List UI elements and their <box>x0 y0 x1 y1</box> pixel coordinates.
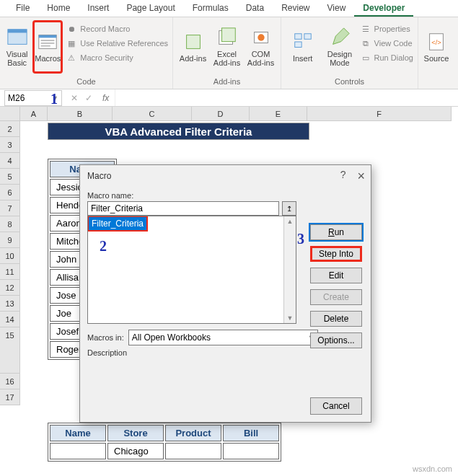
vb-icon <box>6 27 28 48</box>
row-header-12[interactable]: 12 <box>0 280 20 296</box>
enter-formula-icon[interactable]: ✓ <box>85 93 92 103</box>
criteria-header: Bill <box>223 425 279 441</box>
macro-name-collapse-icon[interactable]: ↥ <box>282 201 296 216</box>
rundialog-icon: ▭ <box>360 52 371 63</box>
tab-data[interactable]: Data <box>237 0 273 17</box>
macros-in-select[interactable]: All Open Workbooks ▼ <box>128 330 318 345</box>
macro-security-button[interactable]: ⚠Macro Security <box>66 52 168 63</box>
scroll-down-icon[interactable]: ▼ <box>287 314 294 322</box>
criteria-header: Store <box>107 425 164 441</box>
insert-control-button[interactable]: Insert <box>286 20 320 74</box>
group-addins-label: Add-ins <box>177 77 276 87</box>
row-header-10[interactable]: 10 <box>0 248 20 264</box>
design-mode-button[interactable]: Design Mode <box>322 20 356 74</box>
tab-view[interactable]: View <box>319 0 355 17</box>
svg-rect-13 <box>304 34 311 40</box>
options-button[interactable]: Options... <box>310 332 362 348</box>
run-dialog-button[interactable]: ▭Run Dialog <box>360 52 413 63</box>
edit-button[interactable]: Edit <box>310 268 362 283</box>
cancel-button[interactable]: Cancel <box>310 397 362 415</box>
row-header-3[interactable]: 3 <box>0 137 20 153</box>
svg-marker-15 <box>333 28 350 45</box>
svg-rect-7 <box>186 35 200 49</box>
tab-formulas[interactable]: Formulas <box>184 0 237 17</box>
com-addins-button[interactable]: COM Add-ins <box>245 20 276 74</box>
tab-insert[interactable]: Insert <box>79 0 118 17</box>
record-icon: ⏺ <box>66 23 77 35</box>
fx-icon[interactable]: fx <box>97 93 115 103</box>
group-controls: Insert Design Mode ☰Properties ⧉View Cod… <box>281 17 418 89</box>
criteria-cell[interactable] <box>165 443 221 459</box>
tab-page-layout[interactable]: Page Layout <box>118 0 183 17</box>
svg-rect-4 <box>41 40 55 41</box>
tab-developer[interactable]: Developer <box>354 0 413 17</box>
row-header-16[interactable]: 16 <box>0 374 20 389</box>
row-header-17[interactable]: 17 <box>0 389 20 405</box>
properties-icon: ☰ <box>360 23 371 35</box>
group-controls-label: Controls <box>286 77 413 87</box>
row-header-5[interactable]: 5 <box>0 169 20 185</box>
run-button[interactable]: Run <box>310 224 362 240</box>
svg-rect-1 <box>8 30 27 33</box>
row-header-2[interactable]: 2 <box>0 121 20 137</box>
tab-home[interactable]: Home <box>38 0 79 17</box>
macros-button[interactable]: Macros <box>32 20 63 74</box>
help-icon[interactable]: ? <box>340 169 346 184</box>
group-xml: </> Source <box>418 17 454 89</box>
com-addins-icon <box>250 27 272 48</box>
close-icon[interactable]: × <box>357 169 365 184</box>
macro-list-item-selected[interactable]: Filter_Criteria <box>88 216 147 231</box>
svg-point-11 <box>257 34 264 40</box>
excel-addins-button[interactable]: Excel Add-ins <box>211 20 242 74</box>
row-header-14[interactable]: 14 <box>0 312 20 327</box>
delete-button[interactable]: Delete <box>310 311 362 327</box>
row-header-9[interactable]: 9 <box>0 232 20 248</box>
row-header-4[interactable]: 4 <box>0 153 20 169</box>
criteria-cell[interactable] <box>223 443 279 459</box>
source-icon: </> <box>426 31 447 53</box>
properties-button[interactable]: ☰Properties <box>360 23 413 35</box>
dialog-title: Macro <box>87 171 111 181</box>
list-scrollbar[interactable]: ▲▼ <box>283 216 296 323</box>
relative-icon: ▦ <box>66 38 77 49</box>
ribbon: Visual Basic Macros ⏺Record Macro ▦Use R… <box>0 17 458 89</box>
source-button[interactable]: </> Source <box>423 20 450 74</box>
col-header-E[interactable]: E <box>250 107 307 121</box>
row-header-6[interactable]: 6 <box>0 185 20 200</box>
view-code-button[interactable]: ⧉View Code <box>360 38 413 49</box>
col-header-F[interactable]: F <box>307 107 452 121</box>
annotation-2: 2 <box>100 238 107 255</box>
col-header-D[interactable]: D <box>192 107 250 121</box>
visual-basic-button[interactable]: Visual Basic <box>4 20 30 74</box>
group-addins: Add-ins Excel Add-ins COM Add-ins Add-in… <box>173 17 281 89</box>
criteria-cell[interactable] <box>50 443 106 459</box>
addins-button[interactable]: Add-ins <box>177 20 208 74</box>
group-code-label: Code <box>4 77 168 87</box>
row-header-15[interactable]: 15 <box>0 327 20 374</box>
col-header-B[interactable]: B <box>48 107 113 121</box>
criteria-cell[interactable]: Chicago <box>107 443 164 459</box>
select-all-corner[interactable] <box>0 107 20 121</box>
tab-file[interactable]: File <box>7 0 38 17</box>
col-header-A[interactable]: A <box>20 107 48 121</box>
formula-input[interactable] <box>115 89 458 106</box>
row-header-7[interactable]: 7 <box>0 200 20 216</box>
macro-list[interactable]: Filter_Criteria ▲▼ <box>87 216 296 324</box>
dialog-titlebar[interactable]: Macro ? × <box>80 165 371 187</box>
row-header-11[interactable]: 11 <box>0 264 20 280</box>
macro-name-input[interactable]: Filter_Criteria <box>87 201 279 216</box>
addins-icon <box>182 31 204 53</box>
row-header-13[interactable]: 13 <box>0 296 20 312</box>
step-into-button[interactable]: Step Into <box>310 246 362 262</box>
svg-rect-3 <box>39 35 56 38</box>
annotation-3: 3 <box>297 231 304 247</box>
use-relative-button[interactable]: ▦Use Relative References <box>66 38 168 49</box>
cancel-formula-icon[interactable]: ✕ <box>71 93 78 103</box>
security-icon: ⚠ <box>66 52 77 63</box>
row-header-8[interactable]: 8 <box>0 216 20 232</box>
record-macro-button[interactable]: ⏺Record Macro <box>66 23 168 35</box>
svg-rect-9 <box>221 28 235 42</box>
tab-review[interactable]: Review <box>273 0 318 17</box>
col-header-C[interactable]: C <box>113 107 192 121</box>
scroll-up-icon[interactable]: ▲ <box>287 218 294 225</box>
